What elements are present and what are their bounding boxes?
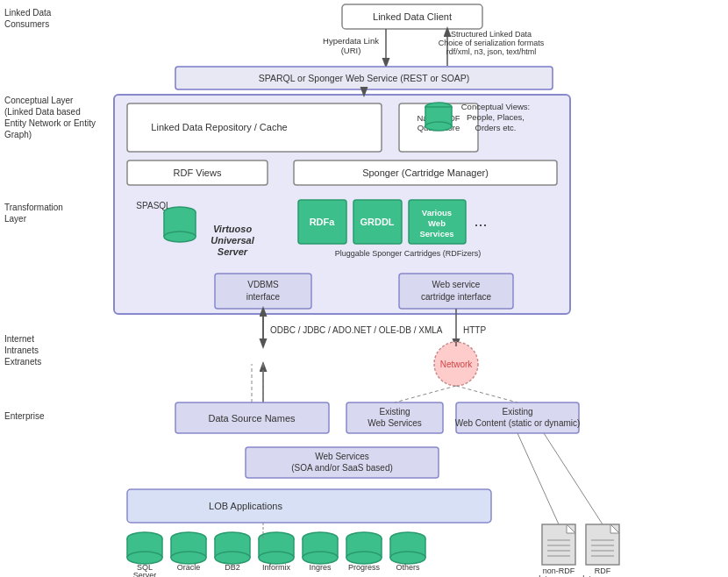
svg-rect-49 — [399, 274, 513, 309]
svg-rect-11 — [114, 95, 570, 314]
svg-rect-128 — [586, 524, 619, 565]
svg-rect-23 — [127, 160, 268, 185]
svg-rect-103 — [303, 538, 338, 558]
label-internet: InternetIntranetsExtranets — [4, 333, 83, 367]
svg-text:Pluggable Sponger Cartridges (: Pluggable Sponger Cartridges (RDFizers) — [335, 249, 482, 258]
svg-text:Web service: Web service — [432, 280, 481, 289]
svg-point-96 — [259, 532, 294, 545]
svg-text:Others: Others — [396, 563, 420, 572]
svg-marker-129 — [610, 524, 619, 533]
svg-text:Server: Server — [133, 571, 157, 577]
svg-point-114 — [390, 532, 425, 545]
svg-text:Sponger (Cartridge Manager): Sponger (Cartridge Manager) — [362, 167, 489, 178]
svg-point-81 — [127, 552, 162, 564]
svg-rect-72 — [246, 447, 439, 478]
svg-point-32 — [164, 232, 196, 242]
svg-text:Linked Data Client: Linked Data Client — [373, 11, 452, 22]
svg-text:Linked Data Repository / Cache: Linked Data Repository / Cache — [151, 122, 287, 132]
svg-point-102 — [303, 532, 338, 545]
svg-text:ODBC / JDBC / ADO.NET / OLE-DB: ODBC / JDBC / ADO.NET / OLE-DB / XMLA — [270, 325, 443, 335]
svg-text:Orders etc.: Orders etc. — [475, 123, 517, 132]
svg-text:Progress: Progress — [348, 563, 381, 572]
svg-text:Network: Network — [440, 360, 474, 369]
svg-text:VDBMS: VDBMS — [247, 280, 279, 289]
svg-rect-9 — [175, 67, 553, 89]
svg-line-138 — [395, 386, 456, 402]
svg-rect-78 — [127, 538, 162, 558]
svg-point-106 — [303, 552, 338, 564]
svg-text:RDFa: RDFa — [310, 217, 336, 227]
svg-text:Quad Store: Quad Store — [418, 123, 460, 132]
svg-text:Data Source Names: Data Source Names — [208, 413, 296, 424]
arrows-overlay: Linked Data Client Hyperdata Link (URI) … — [0, 0, 728, 577]
svg-rect-18 — [425, 107, 452, 126]
svg-line-139 — [456, 386, 517, 402]
svg-rect-120 — [542, 524, 575, 565]
svg-text:GRDDL: GRDDL — [360, 217, 394, 227]
label-enterprise: Enterprise — [4, 410, 83, 422]
svg-rect-64 — [175, 402, 329, 433]
svg-rect-29 — [164, 212, 196, 237]
svg-text:Services: Services — [419, 229, 453, 239]
svg-text:rdf/xml, n3, json, text/html: rdf/xml, n3, json, text/html — [446, 47, 537, 56]
svg-text:Web Services: Web Services — [315, 452, 369, 461]
svg-text:Choice of serialization format: Choice of serialization formats — [439, 39, 545, 47]
svg-text:RDF: RDF — [595, 566, 611, 575]
svg-text:RDF Views: RDF Views — [174, 167, 222, 178]
svg-point-90 — [215, 532, 250, 545]
svg-text:Structured Linked Data: Structured Linked Data — [451, 30, 532, 39]
svg-point-28 — [164, 207, 196, 217]
svg-point-61 — [434, 342, 478, 386]
svg-rect-37 — [409, 200, 466, 244]
svg-rect-69 — [456, 402, 579, 433]
svg-text:Web Services: Web Services — [368, 418, 422, 428]
svg-marker-121 — [567, 524, 575, 533]
svg-text:Informix: Informix — [262, 563, 291, 572]
svg-text:(URI): (URI) — [341, 46, 361, 55]
svg-rect-0 — [342, 4, 482, 29]
svg-text:cartridge interface: cartridge interface — [421, 292, 491, 302]
svg-point-19 — [425, 122, 452, 131]
svg-text:Hyperdata Link: Hyperdata Link — [323, 36, 379, 46]
svg-point-77 — [127, 532, 162, 545]
svg-line-141 — [544, 433, 603, 524]
svg-text:Server: Server — [218, 246, 248, 257]
svg-text:Existing: Existing — [379, 407, 410, 417]
svg-text:DB2: DB2 — [225, 563, 240, 572]
svg-text:(SOA and/or SaaS based): (SOA and/or SaaS based) — [291, 463, 393, 473]
svg-point-94 — [215, 552, 250, 564]
svg-text:interface: interface — [246, 292, 281, 302]
svg-text:...: ... — [474, 212, 487, 230]
svg-text:Ingres: Ingres — [309, 563, 332, 572]
svg-point-100 — [259, 552, 294, 564]
svg-text:Web Content (static or dynamic: Web Content (static or dynamic) — [455, 418, 581, 428]
svg-text:Existing: Existing — [502, 407, 532, 417]
svg-line-140 — [517, 433, 559, 524]
svg-text:Native RDF: Native RDF — [417, 113, 460, 123]
svg-point-17 — [425, 103, 452, 111]
svg-rect-85 — [171, 538, 206, 558]
svg-rect-109 — [346, 538, 382, 558]
svg-point-118 — [390, 552, 425, 564]
svg-text:Oracle: Oracle — [177, 563, 201, 572]
svg-rect-46 — [215, 274, 311, 309]
svg-point-84 — [171, 532, 206, 545]
svg-rect-12 — [127, 103, 382, 152]
svg-rect-25 — [294, 160, 557, 185]
svg-rect-75 — [127, 489, 491, 523]
svg-text:HTTP: HTTP — [463, 325, 486, 335]
svg-text:Web: Web — [428, 218, 446, 228]
svg-text:Universal: Universal — [211, 235, 254, 246]
svg-text:LOB Applications: LOB Applications — [209, 501, 282, 511]
svg-text:SPASQL: SPASQL — [136, 201, 171, 210]
svg-rect-33 — [298, 200, 346, 244]
svg-rect-66 — [346, 402, 443, 433]
svg-point-112 — [346, 552, 382, 564]
svg-text:Various: Various — [422, 208, 452, 217]
diagram-container: Linked Data Client Hyperdata Link (URI) … — [0, 0, 728, 577]
svg-text:Conceptual Views:: Conceptual Views: — [461, 102, 531, 111]
svg-text:SPARQL or Sponger Web Service : SPARQL or Sponger Web Service (REST or S… — [259, 73, 470, 83]
svg-rect-115 — [390, 538, 425, 558]
svg-text:non-RDF: non-RDF — [543, 566, 575, 575]
label-conceptual-layer: Conceptual Layer(Linked Data basedEntity… — [4, 95, 110, 140]
